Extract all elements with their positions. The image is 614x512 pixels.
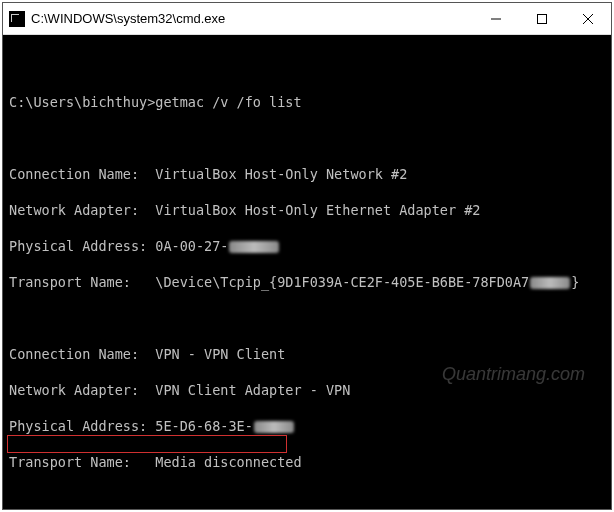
- label-phys: Physical Address:: [9, 418, 147, 434]
- svg-rect-1: [538, 14, 547, 23]
- value-adapter: VPN Client Adapter - VPN: [155, 382, 350, 398]
- value-trans: \Device\Tcpip_{9D1F039A-CE2F-405E-B6BE-7…: [155, 274, 529, 290]
- label-trans: Transport Name:: [9, 274, 131, 290]
- label-trans: Transport Name:: [9, 454, 131, 470]
- value-trans: Media disconnected: [155, 454, 301, 470]
- terminal-output[interactable]: C:\Users\bichthuy>getmac /v /fo list Con…: [3, 35, 611, 509]
- close-button[interactable]: [565, 3, 611, 35]
- prompt-command: getmac /v /fo list: [155, 94, 301, 110]
- value-phys: 0A-00-27-: [155, 238, 228, 254]
- minimize-button[interactable]: [473, 3, 519, 35]
- value-conn: VPN - VPN Client: [155, 346, 285, 362]
- cmd-window: C:\WINDOWS\system32\cmd.exe C:\Users\bic…: [2, 2, 612, 510]
- value-phys: 5E-D6-68-3E-: [155, 418, 253, 434]
- cmd-icon: [9, 11, 25, 27]
- label-conn: Connection Name:: [9, 346, 139, 362]
- redacted-icon: [254, 421, 294, 433]
- prompt-cwd: C:\Users\bichthuy>: [9, 94, 155, 110]
- label-conn: Connection Name:: [9, 166, 139, 182]
- redacted-icon: [530, 277, 570, 289]
- label-adapter: Network Adapter:: [9, 382, 139, 398]
- highlight-box: [7, 435, 287, 453]
- window-title: C:\WINDOWS\system32\cmd.exe: [31, 11, 473, 26]
- value-trans-sfx: }: [571, 274, 579, 290]
- redacted-icon: [229, 241, 279, 253]
- titlebar[interactable]: C:\WINDOWS\system32\cmd.exe: [3, 3, 611, 35]
- label-adapter: Network Adapter:: [9, 202, 139, 218]
- maximize-button[interactable]: [519, 3, 565, 35]
- value-conn: VirtualBox Host-Only Network #2: [155, 166, 407, 182]
- value-adapter: VirtualBox Host-Only Ethernet Adapter #2: [155, 202, 480, 218]
- label-phys: Physical Address:: [9, 238, 147, 254]
